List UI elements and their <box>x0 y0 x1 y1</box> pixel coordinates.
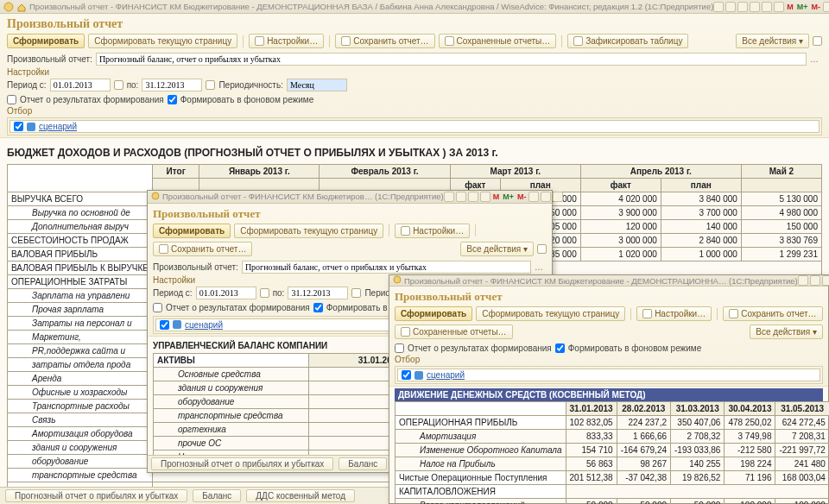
form-page-button[interactable]: Сформировать текущую страницу <box>234 224 383 238</box>
tool-icon[interactable] <box>762 2 772 12</box>
form-page-button[interactable]: Сформировать текущую страницу <box>476 306 625 321</box>
settings-button[interactable]: Настройки… <box>395 224 470 238</box>
sub-window-dds: Произвольный отчет - ФИНАНСИСТ КМ Бюджет… <box>389 274 829 504</box>
report-select-row: Произвольный отчет: … <box>7 51 822 67</box>
status-tab[interactable]: Прогнозный отчет о прибылях и убытках <box>151 457 333 470</box>
tool-icon[interactable] <box>456 192 466 202</box>
table-row: Чистые Операционные Поступления201 512,3… <box>396 471 830 485</box>
settings-button[interactable]: Настройки… <box>249 34 324 48</box>
saved-reports-button[interactable]: Сохраненные отчеты… <box>395 324 513 339</box>
m-plus-minus-icon[interactable]: M+ <box>797 3 808 11</box>
m-minus-icon[interactable]: M- <box>517 192 527 201</box>
tool-icon[interactable] <box>810 275 820 286</box>
tool-icon[interactable] <box>737 2 748 12</box>
date-from-input[interactable] <box>50 79 111 91</box>
scenario-checkbox[interactable] <box>14 122 23 131</box>
all-actions-button[interactable]: Все действия ▾ <box>460 242 534 256</box>
settings-button[interactable]: Настройки… <box>636 306 712 321</box>
sub-window-titlebar[interactable]: Произвольный отчет - ФИНАНСИСТ КМ Бюджет… <box>148 191 552 204</box>
app-icon <box>393 275 402 286</box>
tool-icon[interactable] <box>468 192 478 202</box>
status-tab[interactable]: ДДС косвенный метод <box>246 489 355 502</box>
calendar-icon[interactable] <box>351 288 361 298</box>
tool-icon[interactable] <box>750 2 760 12</box>
fix-table-button[interactable]: Зафиксировать таблицу <box>567 34 688 48</box>
page-title: Произвольный отчет <box>153 207 547 221</box>
all-actions-button[interactable]: Все действия ▾ <box>750 324 823 339</box>
period-from-label: Период с: <box>7 80 47 90</box>
filter-box: сценарий <box>7 117 822 135</box>
all-actions-button[interactable]: Все действия ▾ <box>736 34 809 48</box>
form-button[interactable]: Сформировать <box>7 34 85 48</box>
results-checkbox[interactable] <box>7 95 16 104</box>
minimize-icon[interactable] <box>823 2 829 12</box>
home-icon[interactable] <box>16 2 27 12</box>
separator <box>561 35 562 47</box>
help-icon[interactable] <box>813 36 822 46</box>
status-tab[interactable]: Баланс <box>193 489 241 502</box>
background-checkbox[interactable] <box>168 95 177 104</box>
open-icon <box>401 327 410 337</box>
periodicity-input[interactable] <box>287 79 347 91</box>
background-checkbox[interactable] <box>555 343 565 353</box>
periodicity-label: Периодичность: <box>218 80 283 90</box>
tool-icon[interactable] <box>798 275 808 286</box>
page-title: Произвольный отчет <box>7 17 822 31</box>
m-minus-icon[interactable]: M <box>787 3 794 11</box>
window-title: Произвольный отчет - ФИНАНСИСТ КМ Бюджет… <box>29 2 713 11</box>
svg-point-0 <box>4 3 13 11</box>
scenario-filter[interactable]: сценарий <box>9 120 820 133</box>
report-select-input[interactable] <box>242 261 531 274</box>
maximize-icon[interactable] <box>541 192 551 202</box>
dds-table: 31.01.201328.02.201331.03.201330.04.2013… <box>395 401 829 504</box>
form-button[interactable]: Сформировать <box>395 306 472 321</box>
background-checkbox[interactable] <box>313 303 323 312</box>
separator <box>243 35 244 47</box>
save-report-button[interactable]: Сохранить отчет… <box>723 306 822 321</box>
saved-reports-button[interactable]: Сохраненные отчеты… <box>439 34 557 48</box>
date-to-input[interactable] <box>142 79 202 91</box>
form-button[interactable]: Сформировать <box>153 224 231 238</box>
gear-icon <box>255 36 264 46</box>
date-to-input[interactable] <box>288 287 348 299</box>
status-tab[interactable]: Прогнозный отчет о прибылях и убытках <box>5 489 187 502</box>
save-report-button[interactable]: Сохранить отчет… <box>153 242 252 256</box>
window-title: Произвольный отчет - ФИНАНСИСТ КМ Бюджет… <box>162 192 444 201</box>
m-icon[interactable]: M <box>493 192 500 201</box>
calendar-icon[interactable] <box>114 80 123 90</box>
sub-window-titlebar[interactable]: Произвольный отчет - ФИНАНСИСТ КМ Бюджет… <box>389 275 828 287</box>
separator <box>329 35 330 47</box>
close-icon[interactable] <box>553 192 563 202</box>
tool-icon[interactable] <box>444 192 454 202</box>
m-minus-icon[interactable]: M- <box>812 3 821 11</box>
tool-icon[interactable] <box>822 275 829 286</box>
scenario-link[interactable]: сценарий <box>39 122 77 131</box>
tool-icon[interactable] <box>725 2 736 12</box>
date-from-input[interactable] <box>196 287 256 299</box>
ellipsis-icon[interactable]: … <box>535 262 547 272</box>
save-report-button[interactable]: Сохранить отчет… <box>335 34 434 48</box>
form-page-button[interactable]: Сформировать текущую страницу <box>88 34 237 48</box>
table-row: Налог на Прибыль56 86398 267140 255198 2… <box>396 457 830 471</box>
tool-icon[interactable] <box>480 192 490 202</box>
ellipsis-icon[interactable]: … <box>810 54 822 64</box>
main-window-titlebar: Произвольный отчет - ФИНАНСИСТ КМ Бюджет… <box>0 0 829 14</box>
status-tab[interactable]: Баланс <box>339 457 387 470</box>
help-icon[interactable] <box>537 244 547 254</box>
results-checkbox[interactable] <box>153 303 162 312</box>
results-checkbox[interactable] <box>395 343 404 353</box>
table-row: Изменение Оборотного Капитала154 710-164… <box>396 444 830 457</box>
m-plus-icon[interactable]: M+ <box>503 192 514 201</box>
minimize-icon[interactable] <box>528 192 539 202</box>
table-row: КАПИТАЛОВЛОЖЕНИЯ <box>396 485 830 499</box>
lock-icon <box>573 36 583 46</box>
scenario-filter[interactable]: сценарий <box>397 369 820 381</box>
calendar-icon[interactable] <box>260 288 269 298</box>
tool-icon[interactable] <box>713 2 724 12</box>
table-header-row: 31.01.201328.02.201331.03.201330.04.2013… <box>396 402 830 416</box>
report-select-input[interactable] <box>96 53 807 66</box>
tool-icon[interactable] <box>774 2 784 12</box>
svg-point-2 <box>394 276 401 283</box>
table-header-row: ИтогЯнварь 2013 г.Февраль 2013 г.Март 20… <box>8 165 822 179</box>
calendar-icon[interactable] <box>206 80 215 90</box>
